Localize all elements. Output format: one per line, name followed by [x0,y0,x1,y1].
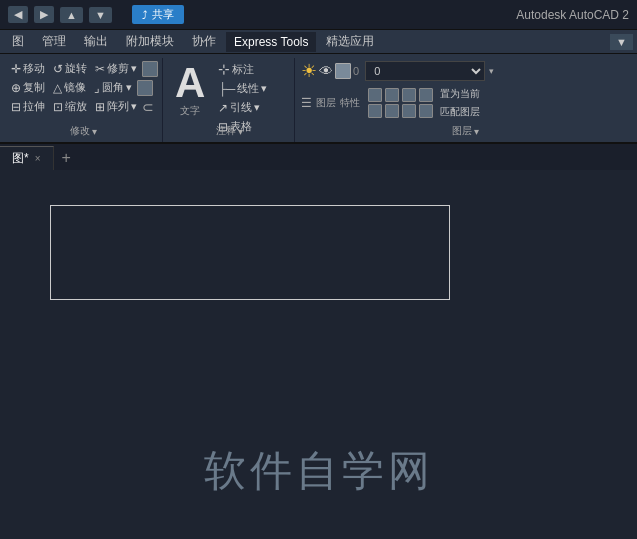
nav-back-button[interactable]: ◀ [8,6,28,23]
layer-props-label: 图层 [316,96,336,110]
nav-up-button[interactable]: ▲ [60,7,83,23]
trim-button[interactable]: ✂修剪▾ [92,60,140,77]
nav-down-button[interactable]: ▼ [89,7,112,23]
ribbon-group-annotate: A 文字 ⊹标注 ├─线性▾ ↗引线▾ ⊟表格 注释 ▾ [165,58,295,142]
layer-icon-b [385,88,399,102]
trim-extra-icon [142,61,158,77]
share-button[interactable]: ⤴ 共享 [132,5,184,24]
layer-box1-icon [335,63,351,79]
layer-icon-d [419,88,433,102]
match-layer-button[interactable]: 匹配图层 [437,104,483,120]
layer-icon-c [402,88,416,102]
set-current-button[interactable]: 置为当前 [437,86,483,102]
fillet-chevron: ▾ [126,81,132,94]
offset-icon: ⊂ [142,99,154,115]
fillet-extra-icon [137,80,153,96]
ribbon-group-layer: ☀ 👁 0 0 ▾ ☰ 图层 特性 [297,58,633,142]
canvas-rectangle [50,205,450,300]
scale-icon: ⊡ [53,100,63,114]
layer-bottom-row: ☰ 图层 特性 [301,86,629,120]
modify-row-3: ⊟拉伸 ⊡缩放 ⊞阵列▾ ⊂ [8,98,158,115]
linear-icon: ├─ [218,82,235,96]
menu-item-express[interactable]: Express Tools [226,32,316,52]
menu-item-collab[interactable]: 协作 [184,30,224,53]
tab-close-button[interactable]: × [35,153,41,164]
layer-action-btns: 置为当前 匹配图层 [437,86,483,120]
linear-chevron: ▾ [261,82,267,95]
modify-row-2: ⊕复制 △镜像 ⌟圆角▾ [8,79,158,96]
annotate-chevron-icon: ▾ [238,126,243,137]
move-button[interactable]: ✛移动 [8,60,48,77]
modify-group-label: 修改 ▾ [4,124,162,138]
dimension-button[interactable]: ⊹标注 [215,60,270,78]
leader-button[interactable]: ↗引线▾ [215,99,270,116]
menu-bar: 图 管理 输出 附加模块 协作 Express Tools 精选应用 ▼ [0,30,637,54]
layer-select[interactable]: 0 [365,61,485,81]
layer-icon-g [402,104,416,118]
layer-icon-e [368,104,382,118]
menu-item-addons[interactable]: 附加模块 [118,30,182,53]
layer-right-btns [368,88,433,118]
rotate-button[interactable]: ↺旋转 [50,60,90,77]
tab-label: 图* [12,150,29,167]
mirror-icon: △ [53,81,62,95]
app-title: Autodesk AutoCAD 2 [516,8,629,22]
drawing-tab[interactable]: 图* × [0,146,54,170]
menu-item-tu[interactable]: 图 [4,30,32,53]
title-bar: ◀ ▶ ▲ ▼ ⤴ 共享 Autodesk AutoCAD 2 [0,0,637,30]
share-label: 共享 [152,7,174,22]
menu-item-featured[interactable]: 精选应用 [318,30,382,53]
move-icon: ✛ [11,62,21,76]
watermark-text: 软件自学网 [204,443,434,499]
copy-button[interactable]: ⊕复制 [8,79,48,96]
layer-icon-f [385,104,399,118]
rotate-icon: ↺ [53,62,63,76]
layer-icon-h [419,104,433,118]
menu-item-output[interactable]: 输出 [76,30,116,53]
annotate-group-content: A 文字 ⊹标注 ├─线性▾ ↗引线▾ ⊟表格 [169,60,290,153]
fillet-button[interactable]: ⌟圆角▾ [91,79,135,96]
ribbon-group-modify: ✛移动 ↺旋转 ✂修剪▾ ⊕复制 △镜像 ⌟圆角▾ ⊟拉伸 ⊡缩放 ⊞阵列▾ ⊂… [4,58,163,142]
nav-forward-button[interactable]: ▶ [34,6,54,23]
layer-top-row: ☀ 👁 0 0 ▾ [301,60,629,82]
share-icon: ⤴ [142,9,148,21]
array-button[interactable]: ⊞阵列▾ [92,98,140,115]
array-chevron: ▾ [131,100,137,113]
leader-chevron: ▾ [254,101,260,114]
text-large-icon: A [175,62,205,104]
scale-button[interactable]: ⊡缩放 [50,98,90,115]
layer-icons-grid2 [368,104,433,118]
layer-props-label2: 特性 [340,96,360,110]
trim-chevron: ▾ [131,62,137,75]
layer-icons-grid [368,88,433,102]
sun-icon: ☀ [301,60,317,82]
canvas-area[interactable]: 软件自学网 [0,170,637,539]
stretch-icon: ⊟ [11,100,21,114]
layer-group-label: 图层 ▾ [297,124,633,138]
linear-button[interactable]: ├─线性▾ [215,80,270,97]
copy-icon: ⊕ [11,81,21,95]
ribbon: ✛移动 ↺旋转 ✂修剪▾ ⊕复制 △镜像 ⌟圆角▾ ⊟拉伸 ⊡缩放 ⊞阵列▾ ⊂… [0,54,637,144]
stretch-button[interactable]: ⊟拉伸 [8,98,48,115]
annotate-group-label: 注释 ▾ [165,124,294,138]
leader-icon: ↗ [218,101,228,115]
fillet-icon: ⌟ [94,81,100,95]
title-bar-left: ◀ ▶ ▲ ▼ ⤴ 共享 [8,5,184,24]
new-tab-button[interactable]: + [54,146,79,170]
layer-chevron-icon: ▾ [474,126,479,137]
array-icon: ⊞ [95,100,105,114]
menu-item-manage[interactable]: 管理 [34,30,74,53]
layer-props-icon: ☰ [301,96,312,110]
modify-chevron-icon: ▾ [92,126,97,137]
modify-row-1: ✛移动 ↺旋转 ✂修剪▾ [8,60,158,77]
layer-dropdown-icon: ▾ [489,66,494,76]
dimension-icon: ⊹ [218,61,230,77]
mirror-button[interactable]: △镜像 [50,79,89,96]
layer-vis-icon: 👁 [319,63,333,79]
dropdown-btn[interactable]: ▼ [610,34,633,50]
tab-bar: 图* × + [0,144,637,170]
trim-icon: ✂ [95,62,105,76]
layer-icon-row1: ☀ 👁 0 [301,60,359,82]
layer-icons-left: ☀ 👁 0 [301,60,359,82]
layer-icon-a [368,88,382,102]
